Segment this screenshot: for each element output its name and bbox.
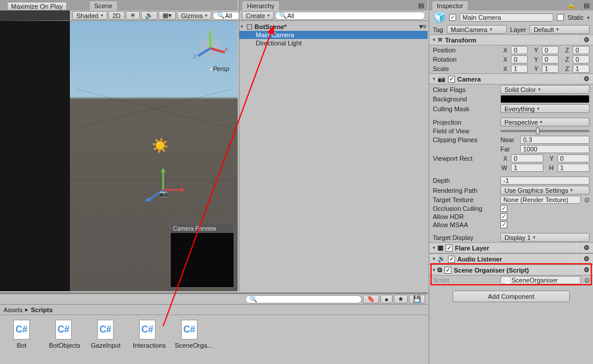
help-icon[interactable]: ❔ xyxy=(573,244,581,252)
culling-mask-dropdown[interactable]: Everything xyxy=(500,104,590,113)
project-files: C# Bot C# BotObjects C# GazeInput C# Int… xyxy=(0,315,428,354)
flare-layer-header[interactable]: ▦ Flare Layer❔⚙ xyxy=(429,242,593,253)
inspector-tab[interactable]: Inspector xyxy=(432,1,468,10)
file-label: BotObjects xyxy=(49,342,78,349)
scene-toolbar: Shaded 2D ☀ 🔊 ▦▾ Gizmos 🔍All xyxy=(0,10,238,21)
rot-x-input[interactable]: 0 xyxy=(511,55,528,63)
scene-viewport[interactable]: y x z ◂Persp ☀️ 📷 Camera Preview xyxy=(70,21,238,291)
camera-enabled-checkbox[interactable] xyxy=(448,76,455,83)
pos-z-input[interactable]: 0 xyxy=(573,46,590,54)
gameobject-name-input[interactable]: Main Camera xyxy=(460,13,553,22)
light-toggle-icon[interactable]: ☀ xyxy=(126,11,140,20)
shading-dropdown[interactable]: Shaded xyxy=(72,11,107,20)
filter-tag-icon[interactable]: 🔖 xyxy=(363,295,379,303)
fov-slider[interactable] xyxy=(500,130,590,132)
svg-marker-8 xyxy=(161,168,165,172)
gameobject-enabled-checkbox[interactable] xyxy=(449,14,456,21)
2d-toggle[interactable]: 2D xyxy=(108,11,125,20)
create-dropdown[interactable]: Create xyxy=(242,11,274,20)
project-file-item[interactable]: C# BotObjects xyxy=(49,320,78,349)
vp-w-input[interactable]: 1 xyxy=(511,164,543,172)
panel-menu-icon[interactable]: ▤ xyxy=(580,1,593,10)
gear-icon[interactable]: ⚙ xyxy=(584,75,590,83)
vp-h-input[interactable]: 1 xyxy=(557,164,590,172)
msaa-checkbox[interactable] xyxy=(500,221,507,228)
clear-flags-dropdown[interactable]: Solid Color xyxy=(500,85,590,94)
hierarchy-scene-root[interactable]: ⬚ BotScene* ▾≡ xyxy=(239,22,428,31)
flare-enabled-checkbox[interactable] xyxy=(446,245,453,252)
hierarchy-item-main-camera[interactable]: Main Camera xyxy=(239,31,428,39)
layer-label: Layer xyxy=(510,26,527,33)
scene-tabbar: Maximize On Play Scene xyxy=(0,0,238,10)
scene-tab[interactable]: Scene xyxy=(89,1,118,10)
gear-icon[interactable]: ⚙ xyxy=(584,36,590,44)
csharp-icon: C# xyxy=(13,320,30,340)
panel-menu-icon[interactable]: ▤ xyxy=(415,1,428,10)
vp-y-input[interactable]: 0 xyxy=(557,154,590,162)
gear-icon[interactable]: ⚙ xyxy=(584,244,590,252)
project-search-input[interactable]: 🔍 xyxy=(245,295,362,303)
transform-header[interactable]: ⤧ Transform ❔⚙ xyxy=(429,34,593,45)
save-search-icon[interactable]: 💾 xyxy=(409,295,425,303)
rot-y-input[interactable]: 0 xyxy=(542,55,559,63)
fx-toggle-icon[interactable]: ▦▾ xyxy=(158,11,176,20)
breadcrumb-item[interactable]: Assets xyxy=(3,306,23,313)
project-file-item[interactable]: C# GazeInput xyxy=(91,320,120,349)
background-color-input[interactable] xyxy=(500,95,590,103)
pos-x-input[interactable]: 0 xyxy=(511,46,528,54)
camera-gizmo[interactable]: 📷 xyxy=(140,167,186,213)
directional-light-gizmo[interactable]: ☀️ xyxy=(151,137,169,154)
occlusion-checkbox[interactable] xyxy=(500,205,507,212)
project-file-item[interactable]: C# Interactions xyxy=(133,320,162,349)
hdr-checkbox[interactable] xyxy=(500,213,507,220)
scene-menu-icon[interactable]: ▾≡ xyxy=(419,23,426,30)
orientation-gizmo[interactable]: y x z xyxy=(190,28,231,69)
maximize-on-play-button[interactable]: Maximize On Play xyxy=(7,2,67,10)
camera-header[interactable]: 📷 Camera ❔⚙ xyxy=(429,73,593,84)
pos-y-input[interactable]: 0 xyxy=(542,46,559,54)
tag-dropdown[interactable]: MainCamera xyxy=(447,25,507,34)
vp-x-input[interactable]: 0 xyxy=(511,154,543,162)
target-texture-input[interactable]: None (Render Texture) xyxy=(500,196,581,204)
help-icon[interactable]: ❔ xyxy=(573,255,581,263)
static-checkbox[interactable] xyxy=(557,14,564,21)
hierarchy-search-input[interactable]: 🔍All xyxy=(275,12,425,20)
far-label: Far xyxy=(500,146,517,153)
csharp-icon: C# xyxy=(55,320,72,340)
file-label: GazeInput xyxy=(91,342,120,349)
scale-z-input[interactable]: 1 xyxy=(573,65,590,73)
add-component-button[interactable]: Add Component xyxy=(453,291,570,302)
rot-z-input[interactable]: 0 xyxy=(573,55,590,63)
audio-icon: 🔊 xyxy=(437,255,446,263)
filter-type-icon[interactable]: ● xyxy=(380,295,393,303)
filter-fav-icon[interactable]: ★ xyxy=(394,295,408,303)
project-file-item[interactable]: C# Bot xyxy=(7,320,36,349)
csharp-icon: C# xyxy=(97,320,114,340)
persp-label[interactable]: ◂Persp xyxy=(209,65,230,73)
lock-icon[interactable]: 🔒 xyxy=(565,1,578,10)
scale-x-input[interactable]: 1 xyxy=(511,65,528,73)
breadcrumb-item[interactable]: Scripts xyxy=(31,306,52,313)
layer-dropdown[interactable]: Default xyxy=(530,25,590,34)
audio-enabled-checkbox[interactable] xyxy=(448,256,455,263)
projection-dropdown[interactable]: Perspective xyxy=(500,118,590,126)
svg-text:y: y xyxy=(209,28,212,34)
near-input[interactable]: 0.3 xyxy=(520,136,590,144)
object-picker-icon[interactable]: ⊙ xyxy=(584,196,590,204)
game-strip xyxy=(0,21,70,291)
hierarchy-tab[interactable]: Hierarchy xyxy=(242,1,280,10)
hierarchy-item-directional-light[interactable]: Directional Light xyxy=(239,39,428,47)
scene-search-input[interactable]: 🔍All xyxy=(213,12,241,20)
gizmos-dropdown[interactable]: Gizmos xyxy=(177,11,211,20)
target-display-dropdown[interactable]: Display 1 xyxy=(500,233,590,242)
audio-toggle-icon[interactable]: 🔊 xyxy=(141,11,157,20)
rendering-path-dropdown[interactable]: Use Graphics Settings xyxy=(500,186,590,195)
gameobject-cube-icon: 🧊 xyxy=(433,11,446,24)
project-file-item[interactable]: C# SceneOrga... xyxy=(175,320,204,349)
help-icon[interactable]: ❔ xyxy=(573,36,581,44)
far-input[interactable]: 1000 xyxy=(520,145,590,153)
depth-input[interactable]: -1 xyxy=(500,176,590,185)
help-icon[interactable]: ❔ xyxy=(573,75,581,83)
scale-y-input[interactable]: 1 xyxy=(542,65,559,73)
gear-icon[interactable]: ⚙ xyxy=(584,255,590,263)
